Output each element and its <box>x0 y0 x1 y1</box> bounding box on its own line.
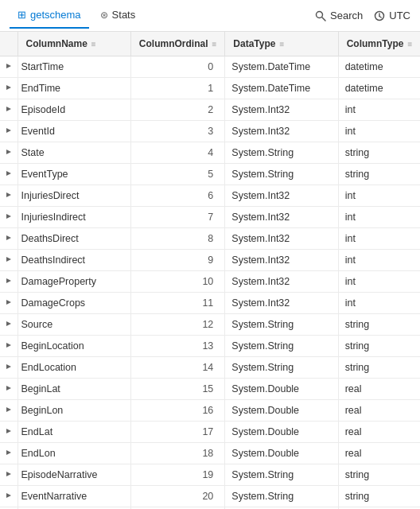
utc-label: UTC <box>389 10 410 21</box>
cell-column-ordinal: 19 <box>130 464 224 486</box>
cell-column-ordinal: 13 <box>130 336 224 357</box>
cell-columntype: int <box>338 207 420 228</box>
cell-datatype: System.String <box>225 486 338 507</box>
cell-columntype: string <box>338 336 420 357</box>
cell-column-ordinal: 11 <box>130 293 224 314</box>
cell-columntype: real <box>338 422 420 443</box>
row-expander[interactable] <box>0 185 18 207</box>
row-expander[interactable] <box>0 207 18 228</box>
cell-column-ordinal: 5 <box>130 164 224 185</box>
cell-columntype: string <box>338 357 420 379</box>
cell-columntype: real <box>338 400 420 422</box>
row-expander[interactable] <box>0 400 18 422</box>
cell-column-name: EventNarrative <box>18 486 130 507</box>
cell-datatype: System.Int32 <box>225 185 338 207</box>
table-row: DeathsDirect8System.Int32int <box>0 228 420 250</box>
cell-datatype: System.String <box>225 164 338 185</box>
schema-table: ColumnName ≡ ColumnOrdinal ≡ DataType ≡ <box>0 32 420 509</box>
cell-columntype: string <box>338 142 420 164</box>
th-expander <box>0 32 18 56</box>
column-name-sort-icon: ≡ <box>91 40 96 49</box>
table-row: DamageProperty10System.Int32int <box>0 271 420 293</box>
table-icon: ⊞ <box>18 9 26 21</box>
row-expander[interactable] <box>0 293 18 314</box>
svg-marker-8 <box>6 128 11 133</box>
th-columntype-label: ColumnType <box>347 38 404 49</box>
table-header-row: ColumnName ≡ ColumnOrdinal ≡ DataType ≡ <box>0 32 420 56</box>
th-column-ordinal[interactable]: ColumnOrdinal ≡ <box>130 32 224 56</box>
svg-marker-22 <box>6 429 11 433</box>
row-expander[interactable] <box>0 121 18 142</box>
cell-column-name: EventId <box>18 121 130 142</box>
table-row: InjuriesIndirect7System.Int32int <box>0 207 420 228</box>
row-expander[interactable] <box>0 379 18 400</box>
row-expander[interactable] <box>0 422 18 443</box>
table-row: DeathsIndirect9System.Int32int <box>0 250 420 271</box>
row-expander[interactable] <box>0 228 18 250</box>
cell-column-name: EndLat <box>18 422 130 443</box>
th-datatype[interactable]: DataType ≡ <box>225 32 338 56</box>
table-body: StartTime0System.DateTimedatetimeEndTime… <box>0 56 420 510</box>
row-expander[interactable] <box>0 164 18 185</box>
row-expander[interactable] <box>0 271 18 293</box>
row-expander[interactable] <box>0 314 18 336</box>
row-expander[interactable] <box>0 99 18 121</box>
cell-column-name: BeginLon <box>18 400 130 422</box>
table-container: ColumnName ≡ ColumnOrdinal ≡ DataType ≡ <box>0 32 420 509</box>
cell-column-ordinal: 7 <box>130 207 224 228</box>
cell-column-name: BeginLat <box>18 379 130 400</box>
svg-marker-9 <box>6 150 11 154</box>
cell-columntype: int <box>338 121 420 142</box>
cell-column-ordinal: 16 <box>130 400 224 422</box>
cell-datatype: System.String <box>225 357 338 379</box>
cell-column-name: InjuriesIndirect <box>18 207 130 228</box>
cell-column-name: DeathsDirect <box>18 228 130 250</box>
th-column-name-label: ColumnName <box>26 38 88 49</box>
th-column-name[interactable]: ColumnName ≡ <box>18 32 130 56</box>
row-expander[interactable] <box>0 486 18 507</box>
tab-getschema[interactable]: ⊞ getschema <box>10 2 89 29</box>
cell-column-ordinal: 2 <box>130 99 224 121</box>
cell-column-name: EndLocation <box>18 357 130 379</box>
row-expander[interactable] <box>0 78 18 99</box>
row-expander[interactable] <box>0 56 18 78</box>
cell-column-name: BeginLocation <box>18 336 130 357</box>
utc-button[interactable]: UTC <box>374 10 410 21</box>
cell-datatype: System.Double <box>225 443 338 464</box>
search-button[interactable]: Search <box>315 10 363 21</box>
header-actions: Search UTC <box>315 10 410 21</box>
cell-datatype: System.String <box>225 142 338 164</box>
svg-marker-20 <box>6 386 11 390</box>
row-expander[interactable] <box>0 250 18 271</box>
cell-columntype: int <box>338 250 420 271</box>
th-columntype[interactable]: ColumnType ≡ <box>338 32 420 56</box>
cell-datatype: System.Int32 <box>225 207 338 228</box>
cell-column-ordinal: 4 <box>130 142 224 164</box>
cell-datatype: System.DateTime <box>225 78 338 99</box>
columntype-sort-icon: ≡ <box>407 40 412 49</box>
svg-marker-11 <box>6 192 11 197</box>
cell-columntype: real <box>338 443 420 464</box>
datatype-sort-icon: ≡ <box>279 40 284 49</box>
svg-marker-15 <box>6 278 11 283</box>
th-column-ordinal-label: ColumnOrdinal <box>139 38 208 49</box>
cell-columntype: real <box>338 379 420 400</box>
tab-stats-label: Stats <box>112 9 136 21</box>
row-expander[interactable] <box>0 357 18 379</box>
row-expander[interactable] <box>0 443 18 464</box>
table-row: State4System.Stringstring <box>0 142 420 164</box>
table-row: EpisodeId2System.Int32int <box>0 99 420 121</box>
header-tabs: ⊞ getschema ⊛ Stats <box>10 2 315 29</box>
cell-column-ordinal: 6 <box>130 185 224 207</box>
cell-column-name: EventType <box>18 164 130 185</box>
cell-columntype: int <box>338 293 420 314</box>
svg-marker-10 <box>6 171 11 176</box>
cell-datatype: System.String <box>225 336 338 357</box>
svg-line-1 <box>322 17 325 20</box>
row-expander[interactable] <box>0 336 18 357</box>
tab-stats[interactable]: ⊛ Stats <box>92 2 144 29</box>
row-expander[interactable] <box>0 142 18 164</box>
cell-column-ordinal: 3 <box>130 121 224 142</box>
row-expander[interactable] <box>0 464 18 486</box>
cell-column-ordinal: 1 <box>130 78 224 99</box>
